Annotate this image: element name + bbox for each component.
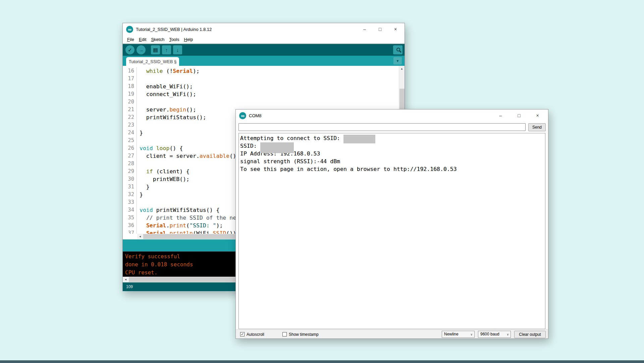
line-number: 30 — [123, 175, 137, 183]
window-title: Tutorial_2_SSID_WEB | Arduino 1.8.12 — [136, 27, 212, 32]
code-line: 17 — [123, 75, 399, 83]
show-timestamp-label: Show timestamp — [289, 332, 319, 337]
code-line: 16 while (!Serial); — [123, 67, 399, 75]
arduino-logo-icon: ∞ — [126, 26, 133, 33]
line-number: 24 — [123, 129, 137, 137]
minimize-button[interactable]: – — [357, 23, 372, 35]
line-number: 27 — [123, 152, 137, 160]
serial-output-line: SSID: — [240, 142, 545, 150]
scroll-up-icon[interactable]: ▲ — [399, 66, 405, 71]
line-number: 21 — [123, 106, 137, 114]
upload-button[interactable]: → — [137, 45, 146, 54]
code-line: 20 — [123, 98, 399, 106]
scroll-left-icon[interactable]: ◄ — [123, 277, 128, 282]
serial-output[interactable]: Attempting to connect to SSID: SSID: IP … — [238, 133, 545, 329]
close-button[interactable]: × — [388, 23, 403, 35]
line-number: 19 — [123, 90, 137, 98]
serial-output-line: signal strength (RSSI):-44 dBm — [240, 157, 545, 165]
serial-input[interactable] — [238, 123, 526, 131]
menu-tools[interactable]: Tools — [167, 36, 181, 43]
send-button[interactable]: Send — [528, 123, 546, 131]
code-line: 18 enable_WiFi(); — [123, 83, 399, 90]
line-number: 28 — [123, 160, 137, 168]
serial-output-line: Attempting to connect to SSID: — [240, 134, 545, 142]
tab-dropdown-button[interactable]: ▼ — [393, 57, 402, 64]
line-number: 36 — [123, 222, 137, 229]
line-number: 31 — [123, 183, 137, 191]
code-line: 19 connect_WiFi(); — [123, 90, 399, 98]
arduino-logo-icon: ∞ — [239, 112, 246, 119]
baud-rate-value: 9600 baud — [480, 332, 499, 336]
arduino-titlebar[interactable]: ∞ Tutorial_2_SSID_WEB | Arduino 1.8.12 –… — [123, 23, 405, 35]
gutter-spacer — [123, 234, 137, 239]
menu-help[interactable]: Help — [181, 36, 195, 43]
toolbar: ✓→▤↑↓ — [123, 43, 405, 56]
line-ending-value: Newline — [444, 332, 459, 336]
new-sketch-button[interactable]: ▤ — [151, 45, 160, 54]
menu-bar: FileEditSketchToolsHelp — [123, 35, 405, 43]
line-number: 34 — [123, 206, 137, 214]
line-number: 22 — [123, 114, 137, 121]
send-row: Send — [236, 122, 548, 133]
serial-monitor-button[interactable] — [393, 45, 402, 54]
line-number: 26 — [123, 144, 137, 152]
baud-rate-dropdown[interactable]: 9600 baud ∨ — [478, 331, 511, 338]
autoscroll-label: Autoscroll — [247, 332, 264, 337]
clear-output-button[interactable]: Clear output — [514, 331, 546, 338]
redacted-ssid — [343, 135, 375, 143]
window-title: COM8 — [249, 113, 262, 118]
line-number: 33 — [123, 198, 137, 206]
menu-sketch[interactable]: Sketch — [149, 36, 167, 43]
tab-bar: Tutorial_2_SSID_WEB § ▼ — [123, 56, 405, 66]
line-number: 17 — [123, 75, 137, 83]
line-number: 25 — [123, 137, 137, 144]
show-timestamp-checkbox[interactable] — [282, 332, 287, 336]
chevron-down-icon: ∨ — [506, 331, 509, 338]
serial-monitor-window: ∞ COM8 – □ × Send Attempting to connect … — [235, 109, 548, 339]
line-number: 35 — [123, 214, 137, 222]
open-button[interactable]: ↑ — [162, 45, 171, 54]
autoscroll-checkbox[interactable]: ✓ — [240, 332, 245, 336]
line-indicator: 109 — [126, 284, 133, 289]
close-button[interactable]: × — [528, 109, 547, 122]
save-button[interactable]: ↓ — [173, 45, 182, 54]
menu-edit[interactable]: Edit — [137, 36, 149, 43]
line-number: 18 — [123, 83, 137, 90]
maximize-button[interactable]: □ — [510, 109, 528, 122]
line-number: 16 — [123, 67, 137, 75]
serial-text: signal strength (RSSI):-44 dBm — [240, 158, 340, 165]
chevron-down-icon: ∨ — [470, 331, 473, 338]
serial-text: Attempting to connect to SSID: — [240, 135, 343, 141]
line-number: 20 — [123, 98, 137, 106]
line-number: 29 — [123, 168, 137, 175]
menu-file[interactable]: File — [125, 36, 137, 43]
serial-text: To see this page in action, open a brows… — [240, 166, 457, 172]
magnifier-icon — [396, 48, 400, 51]
redacted-ssid — [260, 142, 294, 153]
serial-text: SSID: — [240, 143, 260, 149]
serial-controls-bar: ✓ Autoscroll Show timestamp Newline ∨ 96… — [236, 329, 548, 338]
line-ending-dropdown[interactable]: Newline ∨ — [442, 331, 475, 338]
line-number: 37 — [123, 229, 137, 234]
taskbar-strip — [0, 360, 644, 363]
minimize-button[interactable]: – — [491, 109, 510, 122]
line-number: 32 — [123, 191, 137, 198]
tab-tutorial-2-ssid-web[interactable]: Tutorial_2_SSID_WEB § — [126, 57, 179, 66]
verify-button[interactable]: ✓ — [125, 45, 135, 54]
serial-output-line: To see this page in action, open a brows… — [240, 165, 545, 173]
scroll-left-icon[interactable]: ◄ — [137, 234, 143, 239]
maximize-button[interactable]: □ — [372, 23, 388, 35]
serial-titlebar[interactable]: ∞ COM8 – □ × — [236, 109, 548, 122]
line-number: 23 — [123, 121, 137, 129]
